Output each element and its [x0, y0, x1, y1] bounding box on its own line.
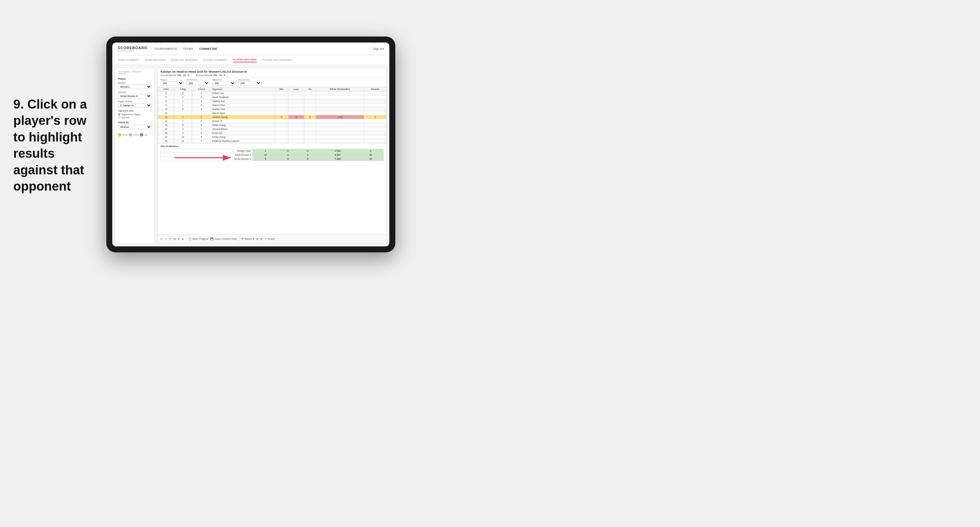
opponents-select[interactable]: (All)	[238, 81, 261, 85]
toolbar-watch[interactable]: 👁 Watch ▾	[241, 237, 254, 240]
table-row[interactable]: 1822Euna Lee	[158, 131, 387, 135]
toolbar-refresh[interactable]: ⟳	[169, 237, 172, 240]
toolbar-plus[interactable]: ⊕	[256, 237, 258, 240]
data-cell	[316, 99, 364, 103]
table-row[interactable]: 522Alexis Sudjianto	[158, 95, 387, 99]
table-row[interactable]: 20117Federica Domecq Lacroze	[158, 139, 387, 143]
toolbar-save-custom[interactable]: 💾 Save Custom View	[210, 237, 237, 240]
data-cell	[304, 131, 316, 135]
data-cell: 11	[174, 139, 192, 143]
data-cell: 3	[192, 99, 211, 103]
opponent-cell: HeeJo Hyun	[211, 111, 275, 115]
toolbar-circle[interactable]: ●	[182, 237, 184, 240]
opponent-cell: Sydney Kuo	[211, 99, 275, 103]
data-cell: 1	[192, 115, 211, 119]
opponent-cell: Emily Chang	[211, 135, 275, 139]
ood-diff: 4.500	[318, 149, 358, 153]
table-row[interactable]: 1585Stella Chang	[158, 123, 387, 127]
colour-by-select[interactable]: Win/loss	[118, 125, 152, 129]
table-row[interactable]: 1063Andrea York	[158, 107, 387, 111]
radio-opponents-played[interactable]: Opponents Played	[118, 113, 152, 116]
toolbar-redo[interactable]: ↪	[165, 237, 167, 240]
data-cell	[275, 103, 288, 107]
division-record-label: Division Record: 331 - 34 - 6	[196, 74, 225, 76]
data-cell	[275, 95, 288, 99]
opponent-filter-label: Opponent	[212, 79, 235, 81]
nav-tournaments[interactable]: TOURNAMENTS	[154, 46, 177, 51]
data-cell	[316, 135, 364, 139]
subnav-player-h2h-grid[interactable]: PLAYER H2H GRID	[233, 57, 257, 62]
data-cell	[275, 119, 288, 123]
grid-table: # Div # Reg # Conf Opponent Win Loss Tie…	[158, 87, 387, 143]
toolbar-undo[interactable]: ↩	[161, 237, 163, 240]
col-opponent: Opponent	[211, 87, 275, 91]
data-cell	[288, 107, 304, 111]
division-select[interactable]: NCAA Division III	[118, 94, 152, 98]
sign-out-link[interactable]: Sign out	[373, 47, 384, 51]
subnav-team-h2h-heatmap[interactable]: TEAM H2H HEATMAP	[171, 58, 198, 62]
grid-table-container: # Div # Reg # Conf Opponent Win Loss Tie…	[158, 87, 387, 234]
toolbar-star[interactable]: ✦	[178, 237, 180, 240]
data-cell	[288, 135, 304, 139]
region-filter-label: Region	[161, 79, 184, 81]
table-row[interactable]: 13HeeJo Hyun	[158, 111, 387, 115]
subnav-player-h2h-heatmap[interactable]: PLAYER H2H HEATMAP	[262, 58, 292, 62]
radio-label-opponents: Opponents Played	[121, 113, 140, 116]
nav-teams[interactable]: TEAMS	[183, 46, 193, 51]
data-cell	[364, 111, 386, 115]
nav-committee[interactable]: COMMITTEE	[199, 46, 217, 51]
data-cell: 1	[174, 103, 192, 107]
ood-diff: 7.400	[318, 157, 358, 161]
data-cell	[275, 99, 288, 103]
data-cell: 15	[158, 123, 174, 127]
ood-row[interactable]: Foreign Team1004.5002	[161, 149, 384, 153]
toolbar-grid[interactable]: ⊞	[173, 237, 176, 240]
toolbar-grid2[interactable]: ⊞	[261, 237, 263, 240]
ood-loss: 0	[278, 153, 298, 157]
table-row[interactable]: 1311Jessica Huang010-3.002	[158, 115, 387, 119]
opponent-cell: Andrea York	[211, 107, 275, 111]
table-row[interactable]: 1691Jessica Mason	[158, 127, 387, 131]
opponent-cell: Jessica Huang	[211, 115, 275, 119]
toolbar-share[interactable]: ↗ Share	[265, 237, 275, 240]
grid-records: Overall Record: 353 - 34 - 6 Division Re…	[161, 74, 384, 76]
filter-opponents: Opponents: (All)	[238, 79, 261, 85]
data-cell	[304, 95, 316, 99]
data-cell	[275, 123, 288, 127]
data-cell	[288, 111, 304, 115]
opponent-cell: Euna Lee	[211, 131, 275, 135]
opponent-cell: Eunice Yi	[211, 119, 275, 123]
data-cell	[364, 107, 386, 111]
data-cell	[288, 131, 304, 135]
legend-level-dot	[129, 133, 132, 137]
last-updated-time: 16:55:38	[118, 73, 126, 75]
toolbar-view-original[interactable]: 📋 View: Original	[188, 237, 208, 240]
radio-top100[interactable]: Top 100	[118, 116, 152, 119]
subnav-player-summary[interactable]: PLAYER SUMMARY	[203, 58, 228, 62]
nav-links: TOURNAMENTS TEAMS COMMITTEE	[154, 46, 370, 51]
ood-rounds: 30	[358, 153, 383, 157]
opponent-select[interactable]: (All)	[212, 81, 235, 85]
data-cell	[316, 103, 364, 107]
table-row[interactable]: 914Sharon Mun	[158, 103, 387, 107]
table-row[interactable]: 19106Emily Chang	[158, 135, 387, 139]
player-rank-select[interactable]: 8. Katelyn Vo	[118, 103, 152, 108]
data-cell	[275, 127, 288, 131]
region-select[interactable]: (All)	[161, 81, 184, 85]
ood-row[interactable]: NAIA Division 115009.26730	[161, 153, 384, 157]
table-row[interactable]: 1474Eunice Yi	[158, 119, 387, 123]
col-diff: Diff Av Strokes/Rnd	[316, 87, 364, 91]
table-row[interactable]: 613Sydney Kuo	[158, 99, 387, 103]
data-cell	[288, 103, 304, 107]
conference-select[interactable]: (All)	[186, 81, 210, 85]
legend-up-dot	[140, 133, 143, 137]
table-row[interactable]: 351Esther Lee	[158, 91, 387, 95]
gender-select[interactable]: Women's	[118, 85, 152, 89]
data-cell: 0	[304, 115, 316, 119]
data-cell	[316, 131, 364, 135]
subnav-team-h2h-grid[interactable]: TEAM H2H GRID	[145, 58, 165, 62]
ood-row[interactable]: NCAA Division 25007.40010	[161, 157, 384, 161]
ood-rounds: 2	[358, 149, 383, 153]
data-cell: 16	[158, 127, 174, 131]
subnav-team-summary[interactable]: TEAM SUMMARY	[118, 58, 139, 62]
